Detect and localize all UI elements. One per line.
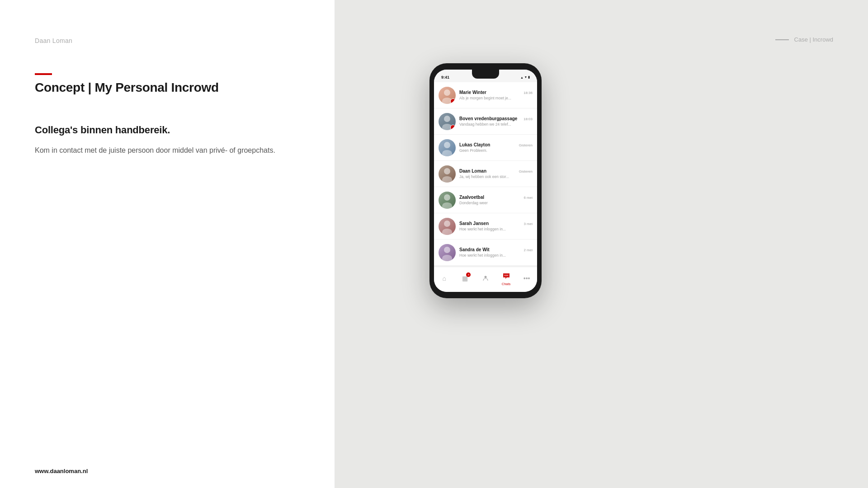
more-icon: ••• (522, 273, 532, 283)
main-heading: Concept | My Personal Incrowd (35, 80, 219, 95)
chat-content: Lukas ClaytonGisterenGeen Probleem. (459, 142, 533, 153)
top-right-label: Case | Incrowd (775, 36, 833, 43)
sub-heading: Collega's binnen handbereik. (35, 124, 170, 136)
chat-item[interactable]: Sarah Jansen3 meiHoe werkt het inloggen … (434, 213, 537, 239)
chats-icon (501, 271, 511, 281)
chat-preview: Vandaag hebben we 24 telef... (459, 122, 533, 127)
avatar-lukas-clayton (439, 139, 456, 156)
phone-mockup: 9:41 ▲ ▾ ▮ Marie Winter18:36Als je morge… (429, 63, 542, 298)
chat-time: 18:36 (524, 91, 533, 95)
footer-website: www.daanloman.nl (35, 468, 88, 474)
phone-notch (472, 70, 499, 79)
wifi-icon: ▾ (525, 75, 527, 79)
chat-preview: Geen Probleem. (459, 148, 533, 153)
signal-icon: ▲ (520, 76, 524, 79)
chat-preview: Ja, wij hebben ook een stor... (459, 174, 533, 179)
chat-name: Marie Winter (459, 90, 486, 95)
chat-item[interactable]: Lukas ClaytonGisterenGeen Probleem. (434, 135, 537, 161)
chat-name: Sandra de Wit (459, 247, 490, 252)
chat-preview: Hoe werkt het inloggen in... (459, 227, 533, 231)
phone-outer: 9:41 ▲ ▾ ▮ Marie Winter18:36Als je morge… (429, 63, 542, 298)
nav-contacts[interactable] (475, 273, 496, 284)
logo: Daan Loman (35, 37, 72, 44)
chat-content: Daan LomanGisterenJa, wij hebben ook een… (459, 169, 533, 179)
contacts-icon (481, 273, 491, 283)
chat-item[interactable]: Marie Winter18:36Als je morgen begint mo… (434, 82, 537, 108)
nav-home[interactable]: ⌂ (434, 273, 455, 284)
unread-badge (450, 99, 456, 104)
chat-list: Marie Winter18:36Als je morgen begint mo… (434, 82, 537, 267)
right-panel (335, 0, 868, 488)
dash-decoration (775, 39, 789, 40)
chat-item[interactable]: Sandra de Wit2 meiHoe werkt het inloggen… (434, 239, 537, 266)
status-time: 9:41 (441, 75, 449, 80)
nav-more[interactable]: ••• (516, 273, 537, 284)
avatar-zaalvoetbal (439, 192, 456, 209)
avatar-daan-loman (439, 165, 456, 183)
status-icons: ▲ ▾ ▮ (520, 75, 530, 79)
avatar-marie-winter (439, 87, 456, 104)
chat-name: Daan Loman (459, 169, 486, 174)
chat-time: 2 mei (524, 248, 533, 252)
chat-preview: Donderdag weer (459, 201, 533, 205)
home-icon: ⌂ (439, 273, 449, 283)
chat-name: Boven vredenburgpassage (459, 116, 517, 121)
bottom-nav[interactable]: ⌂ ▦ 4 (434, 267, 537, 292)
chat-time: 18:03 (524, 117, 533, 121)
chat-content: Boven vredenburgpassage18:03Vandaag hebb… (459, 116, 533, 127)
svg-point-2 (506, 275, 507, 276)
phone-screen: 9:41 ▲ ▾ ▮ Marie Winter18:36Als je morge… (434, 70, 537, 292)
chat-content: Zaalvoetbal6 meiDonderdag weer (459, 195, 533, 205)
chat-name: Sarah Jansen (459, 221, 489, 226)
chat-preview: Hoe werkt het inloggen in... (459, 253, 533, 258)
avatar-boven-vredenburg (439, 113, 456, 130)
accent-line (35, 73, 52, 75)
chat-preview: Als je morgen begint moet je... (459, 96, 533, 100)
chat-content: Sandra de Wit2 meiHoe werkt het inloggen… (459, 247, 533, 258)
chat-content: Sarah Jansen3 meiHoe werkt het inloggen … (459, 221, 533, 231)
news-icon: ▦ 4 (460, 273, 470, 283)
chat-item[interactable]: Zaalvoetbal6 meiDonderdag weer (434, 187, 537, 213)
unread-badge (450, 125, 456, 130)
chat-time: 3 mei (524, 222, 533, 226)
case-label: Case | Incrowd (794, 36, 833, 43)
avatar-sandra-de-wit (439, 244, 456, 261)
chat-name: Lukas Clayton (459, 142, 490, 147)
body-text: Kom in contact met de juiste persoon doo… (35, 145, 288, 156)
chat-content: Marie Winter18:36Als je morgen begint mo… (459, 90, 533, 100)
chat-time: Gisteren (519, 169, 533, 174)
chat-item[interactable]: Daan LomanGisterenJa, wij hebben ook een… (434, 161, 537, 187)
chat-time: Gisteren (519, 143, 533, 147)
avatar-sarah-jansen (439, 218, 456, 235)
chat-item[interactable]: Boven vredenburgpassage18:03Vandaag hebb… (434, 108, 537, 135)
svg-point-1 (505, 275, 505, 276)
battery-icon: ▮ (528, 75, 530, 79)
chat-name: Zaalvoetbal (459, 195, 484, 200)
svg-point-3 (507, 275, 508, 276)
nav-chats[interactable]: Chats (496, 271, 517, 286)
chat-time: 6 mei (524, 196, 533, 200)
nav-news[interactable]: ▦ 4 (455, 273, 476, 284)
nav-chats-label: Chats (502, 282, 511, 286)
news-badge: 4 (466, 272, 471, 277)
svg-point-0 (484, 276, 486, 278)
